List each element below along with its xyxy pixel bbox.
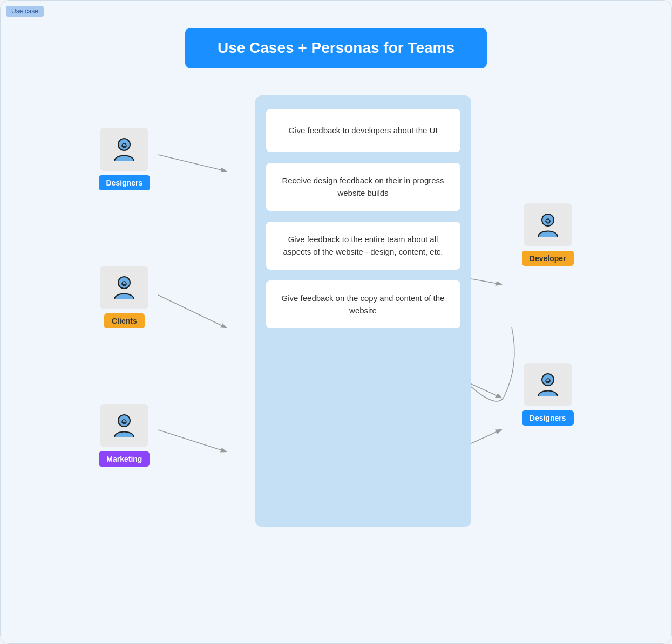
- svg-point-14: [542, 214, 554, 226]
- diagram-wrapper: Designers Clients: [93, 95, 579, 527]
- left-personas: Designers Clients: [99, 128, 151, 467]
- svg-point-10: [118, 277, 130, 289]
- persona-icon-marketing-left: [100, 404, 148, 447]
- outer-frame: Use case Use Cases + Personas for Teams: [0, 0, 672, 644]
- persona-designers-left: Designers: [99, 128, 151, 190]
- persona-label-designers-right: Designers: [522, 410, 574, 426]
- persona-label-designers-left: Designers: [99, 175, 151, 190]
- use-case-tag: Use case: [6, 6, 44, 17]
- person-icon: [534, 211, 562, 239]
- use-case-box-4: Give feedback on the copy and content of…: [266, 280, 460, 328]
- center-panel-wrapper: Give feedback to developers about the UI…: [180, 95, 396, 527]
- persona-clients-left: Clients: [99, 266, 151, 328]
- svg-point-8: [118, 139, 130, 150]
- persona-label-marketing-left: Marketing: [99, 451, 150, 467]
- persona-icon-clients-left: [100, 266, 148, 309]
- use-case-box-3: Give feedback to the entire team about a…: [266, 222, 460, 270]
- use-case-box-1: Give feedback to developers about the UI: [266, 109, 460, 152]
- center-panel: Give feedback to developers about the UI…: [255, 95, 471, 527]
- content-area: Use Cases + Personas for Teams: [11, 11, 661, 527]
- person-icon: [110, 412, 138, 440]
- persona-label-clients-left: Clients: [104, 313, 145, 328]
- persona-designers-right: Designers: [522, 363, 574, 426]
- persona-icon-designers-right: [524, 363, 572, 406]
- persona-icon-designers-left: [100, 128, 148, 171]
- person-icon: [534, 371, 562, 399]
- persona-developer-right: Developer: [522, 203, 574, 266]
- right-personas: Developer Designers: [522, 203, 574, 426]
- page-title: Use Cases + Personas for Teams: [185, 28, 487, 68]
- person-icon: [110, 273, 138, 302]
- use-case-box-2: Receive design feedback on their in prog…: [266, 163, 460, 211]
- persona-marketing-left: Marketing: [99, 404, 151, 467]
- persona-icon-developer-right: [524, 203, 572, 246]
- svg-point-12: [118, 415, 130, 427]
- person-icon: [110, 135, 138, 163]
- svg-point-16: [542, 374, 554, 386]
- persona-label-developer-right: Developer: [522, 251, 574, 266]
